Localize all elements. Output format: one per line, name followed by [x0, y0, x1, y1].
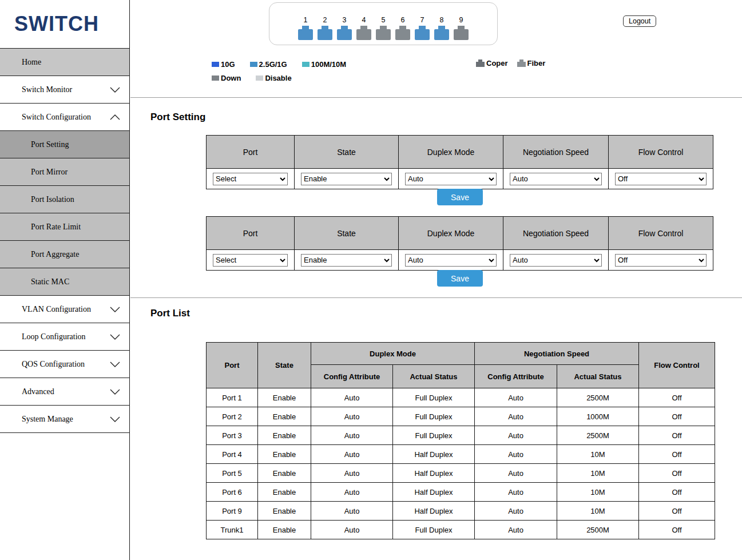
- legend-2-5g-swatch: [250, 62, 257, 67]
- column-header-negotiation-speed: Negotiation Speed: [503, 136, 609, 169]
- sidebar-item-loop-configuration[interactable]: Loop Configuration: [0, 323, 129, 351]
- sidebar-item-advanced[interactable]: Advanced: [0, 378, 129, 406]
- state-select[interactable]: Enable: [301, 173, 392, 185]
- chevron-down-icon: [110, 389, 120, 395]
- port-indicator[interactable]: 6: [395, 16, 410, 40]
- cell-speed-actual: 1000M: [557, 407, 639, 426]
- sidebar-item-label: Switch Monitor: [22, 85, 72, 94]
- sidebar-item-label: Port Rate Limit: [31, 223, 81, 232]
- duplex-mode-select[interactable]: Auto: [405, 173, 497, 185]
- port-number: 6: [401, 16, 405, 24]
- column-header-duplex-mode: Duplex Mode: [399, 217, 503, 250]
- cell-duplex-actual: Half Duplex: [393, 483, 475, 502]
- sidebar-item-static-mac[interactable]: Static MAC: [0, 268, 129, 296]
- ports-status-panel: 1 2 3 4 5 6 7 8 9: [269, 2, 498, 45]
- table-row: Port 9 Enable Auto Half Duplex Auto 10M …: [207, 502, 715, 521]
- table-row: Port 4 Enable Auto Half Duplex Auto 10M …: [207, 445, 715, 464]
- sidebar-item-port-rate-limit[interactable]: Port Rate Limit: [0, 213, 129, 241]
- controls-row: Select Enable Auto Auto Off: [207, 169, 713, 189]
- port-icon: [434, 26, 449, 40]
- chevron-down-icon: [110, 307, 120, 312]
- legend-item-100m-10m: 100M/10M: [302, 60, 346, 69]
- port-list-table: Port State Duplex Mode Negotiation Speed…: [206, 342, 715, 539]
- column-header-negotiation-speed: Negotiation Speed: [503, 217, 609, 250]
- flow-control-select[interactable]: Off: [615, 173, 707, 185]
- legend-100m-swatch: [302, 62, 310, 67]
- cell-speed-config: Auto: [475, 464, 557, 483]
- table-row: Port 2 Enable Auto Full Duplex Auto 1000…: [207, 407, 715, 426]
- cell-speed-actual: 2500M: [557, 426, 639, 445]
- port-icon: [337, 26, 352, 40]
- sidebar-item-port-setting[interactable]: Port Setting: [0, 131, 129, 158]
- duplex-mode-select[interactable]: Auto: [405, 254, 497, 267]
- chevron-down-icon: [110, 87, 120, 93]
- cell-state: Enable: [258, 407, 311, 426]
- port-icon: [318, 26, 332, 40]
- cell-port: Port 1: [207, 388, 258, 407]
- cell-speed-actual: 10M: [557, 483, 639, 502]
- sidebar-item-vlan-configuration[interactable]: VLAN Configuration: [0, 296, 129, 323]
- sidebar-item-port-aggregate[interactable]: Port Aggregate: [0, 241, 129, 268]
- column-header-speed-config-attribute: Config Attribute: [475, 365, 557, 388]
- port-icon: [454, 26, 469, 40]
- sidebar-item-port-isolation[interactable]: Port Isolation: [0, 186, 129, 213]
- table-row: Trunk1 Enable Auto Full Duplex Auto 2500…: [207, 521, 715, 539]
- sidebar-item-port-mirror[interactable]: Port Mirror: [0, 158, 129, 186]
- flow-control-select[interactable]: Off: [615, 254, 707, 267]
- save-button[interactable]: Save: [437, 270, 483, 287]
- cell-speed-config: Auto: [475, 445, 557, 464]
- app-logo: SWITCH: [0, 0, 129, 48]
- cell-duplex-config: Auto: [311, 464, 393, 483]
- port-indicator[interactable]: 2: [318, 16, 332, 40]
- port-indicator[interactable]: 9: [454, 16, 469, 40]
- chevron-down-icon: [110, 416, 120, 422]
- sidebar-item-qos-configuration[interactable]: QOS Configuration: [0, 351, 129, 378]
- port-icon: [356, 26, 371, 40]
- legend-label: 2.5G/1G: [259, 60, 287, 69]
- logout-button[interactable]: Logout: [623, 15, 656, 27]
- cell-flow-control: Off: [639, 464, 715, 483]
- cell-duplex-actual: Full Duplex: [393, 426, 475, 445]
- sidebar-item-switch-monitor[interactable]: Switch Monitor: [0, 76, 129, 104]
- cell-duplex-config: Auto: [311, 407, 393, 426]
- port-indicator[interactable]: 4: [356, 16, 371, 40]
- legend-state-row: Down Disable: [212, 74, 292, 82]
- port-icon: [395, 26, 410, 40]
- cell-duplex-actual: Full Duplex: [393, 521, 475, 539]
- cell-port: Port 5: [207, 464, 258, 483]
- state-select[interactable]: Enable: [301, 254, 392, 267]
- cell-duplex-config: Auto: [311, 521, 393, 539]
- cell-state: Enable: [258, 388, 311, 407]
- negotiation-speed-select[interactable]: Auto: [510, 173, 602, 185]
- cell-flow-control: Off: [639, 483, 715, 502]
- port-indicator[interactable]: 5: [376, 16, 391, 40]
- port-icon: [376, 26, 391, 40]
- sidebar-item-switch-configuration[interactable]: Switch Configuration: [0, 104, 129, 131]
- cell-speed-actual: 10M: [557, 445, 639, 464]
- port-select[interactable]: Select: [213, 173, 288, 185]
- legend-item-coper: Coper: [476, 59, 508, 67]
- cell-port: Port 6: [207, 483, 258, 502]
- port-indicator[interactable]: 1: [298, 16, 313, 40]
- legend-label: Down: [221, 74, 241, 82]
- column-header-port: Port: [207, 343, 258, 388]
- sidebar-item-label: VLAN Configuration: [22, 305, 91, 314]
- sidebar-item-system-manage[interactable]: System Manage: [0, 406, 129, 433]
- cell-port: Port 9: [207, 502, 258, 521]
- column-header-duplex-mode: Duplex Mode: [311, 343, 475, 365]
- port-indicator[interactable]: 7: [415, 16, 430, 40]
- cell-speed-actual: 10M: [557, 502, 639, 521]
- fiber-port-icon: [517, 59, 526, 67]
- chevron-up-icon: [110, 114, 120, 120]
- controls-row: Select Enable Auto Auto Off: [207, 250, 713, 271]
- cell-speed-actual: 2500M: [557, 388, 639, 407]
- sidebar-item-home[interactable]: Home: [0, 49, 129, 76]
- port-select[interactable]: Select: [213, 254, 288, 267]
- port-indicator[interactable]: 3: [337, 16, 352, 40]
- table-row: Port 6 Enable Auto Half Duplex Auto 10M …: [207, 483, 715, 502]
- negotiation-speed-select[interactable]: Auto: [510, 254, 602, 267]
- sidebar-item-label: Port Mirror: [31, 168, 68, 177]
- port-indicator[interactable]: 8: [434, 16, 449, 40]
- save-button[interactable]: Save: [437, 189, 483, 205]
- port-setting-title: Port Setting: [150, 112, 205, 123]
